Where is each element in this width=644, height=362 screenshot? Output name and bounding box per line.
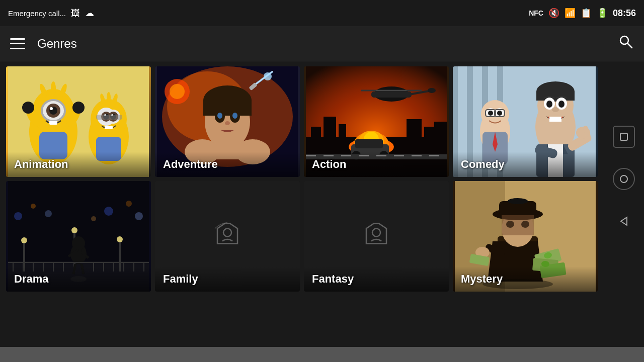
status-bar: Emergency call... 🖼 ☁ NFC 🔇 📶 📋 🔋 08:56 — [0, 0, 644, 26]
svg-point-121 — [71, 227, 77, 233]
genre-tile-mystery[interactable]: Mystery — [453, 181, 598, 292]
nav-buttons — [604, 61, 644, 297]
svg-point-15 — [22, 102, 34, 114]
genre-label-mystery: Mystery — [453, 266, 598, 292]
svg-rect-63 — [424, 127, 434, 147]
hamburger-menu-button[interactable] — [10, 38, 25, 49]
nav-circle-button[interactable] — [613, 168, 635, 190]
genre-tile-family[interactable]: Family — [155, 181, 300, 292]
wifi-icon: 📶 — [565, 8, 576, 19]
gallery-icon: 🖼 — [71, 8, 80, 19]
genre-tile-drama[interactable]: Drama — [6, 181, 151, 292]
svg-rect-76 — [355, 139, 383, 148]
svg-point-16 — [72, 102, 85, 114]
sim-icon: 📋 — [581, 8, 592, 19]
svg-point-54 — [170, 84, 185, 99]
status-time: 08:56 — [613, 8, 636, 19]
svg-rect-107 — [549, 117, 561, 122]
svg-point-123 — [117, 236, 123, 242]
nav-square-button[interactable] — [613, 126, 635, 148]
svg-point-55 — [264, 72, 272, 80]
genre-label-action: Action — [304, 152, 449, 177]
svg-rect-60 — [324, 117, 336, 147]
svg-point-70 — [428, 88, 436, 93]
svg-point-45 — [232, 113, 237, 119]
nav-back-button[interactable] — [613, 210, 635, 232]
svg-point-129 — [135, 212, 143, 220]
svg-point-132 — [72, 236, 85, 250]
svg-point-164 — [521, 221, 529, 228]
svg-point-46 — [225, 121, 230, 125]
svg-rect-66 — [371, 92, 412, 98]
svg-rect-64 — [434, 122, 447, 147]
genre-tile-adventure[interactable]: Adventure — [155, 66, 300, 177]
battery-icon: 🔋 — [597, 8, 608, 19]
svg-rect-101 — [536, 92, 575, 101]
svg-point-44 — [217, 113, 222, 119]
page-title: Genres — [37, 37, 606, 51]
svg-point-175 — [620, 175, 627, 183]
genre-label-drama: Drama — [6, 266, 151, 292]
svg-point-127 — [104, 207, 113, 216]
svg-point-93 — [497, 111, 502, 116]
svg-rect-31 — [96, 115, 122, 120]
svg-point-18 — [51, 81, 56, 96]
svg-point-124 — [14, 212, 22, 220]
svg-point-151 — [223, 229, 231, 237]
svg-rect-32 — [105, 126, 113, 129]
status-bar-left: Emergency call... 🖼 ☁ — [8, 8, 94, 19]
svg-point-104 — [546, 101, 552, 108]
svg-point-125 — [31, 204, 36, 209]
svg-point-126 — [45, 210, 52, 217]
svg-point-130 — [91, 216, 96, 221]
genre-label-animation: Animation — [6, 152, 151, 177]
bottom-bar — [0, 347, 644, 362]
genre-tile-action[interactable]: Action — [304, 66, 449, 177]
svg-rect-62 — [407, 119, 422, 147]
svg-rect-59 — [311, 127, 321, 147]
genre-tile-fantasy[interactable]: Fantasy — [304, 181, 449, 292]
svg-rect-41 — [203, 101, 252, 116]
genre-label-adventure: Adventure — [155, 152, 300, 177]
svg-point-161 — [508, 198, 528, 204]
mute-icon: 🔇 — [548, 8, 559, 19]
svg-point-152 — [372, 229, 380, 237]
svg-point-92 — [488, 111, 493, 116]
svg-point-10 — [50, 107, 53, 110]
placeholder-icon-family — [212, 219, 243, 254]
search-button[interactable] — [618, 34, 634, 53]
genre-label-fantasy: Fantasy — [304, 266, 449, 292]
genre-label-family: Family — [155, 266, 300, 292]
svg-rect-174 — [620, 133, 627, 140]
svg-point-128 — [126, 201, 132, 207]
svg-point-34 — [107, 92, 111, 103]
nfc-icon: NFC — [529, 9, 543, 17]
genre-label-comedy: Comedy — [453, 152, 598, 177]
genre-tile-animation[interactable]: Animation — [6, 66, 151, 177]
svg-line-1 — [627, 43, 632, 48]
svg-rect-12 — [49, 121, 57, 125]
app-bar: Genres — [0, 26, 644, 61]
svg-rect-61 — [339, 124, 346, 147]
cloud-icon: ☁ — [85, 8, 94, 19]
genre-tile-comedy[interactable]: Comedy — [453, 66, 598, 177]
main-content: Animation — [0, 61, 644, 297]
status-bar-right: NFC 🔇 📶 📋 🔋 08:56 — [529, 8, 636, 19]
svg-point-119 — [21, 237, 27, 243]
placeholder-icon-fantasy — [361, 219, 391, 254]
genre-grid: Animation — [0, 61, 604, 297]
svg-point-105 — [558, 101, 565, 108]
svg-point-106 — [552, 107, 559, 112]
emergency-call-text: Emergency call... — [8, 9, 66, 18]
svg-point-163 — [506, 221, 514, 228]
svg-marker-176 — [621, 217, 627, 225]
